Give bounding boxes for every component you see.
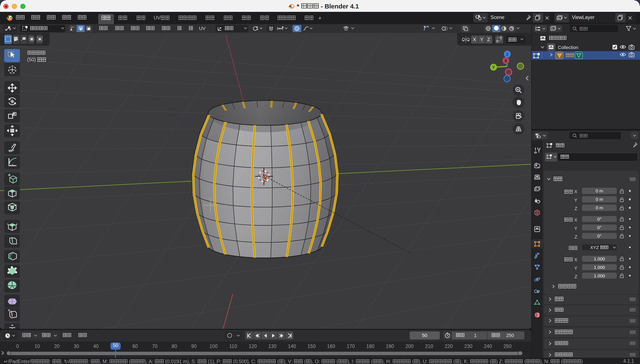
svg-text:Z: Z [506, 52, 509, 56]
svg-text:Y: Y [492, 65, 495, 69]
svg-text:X: X [505, 58, 507, 63]
